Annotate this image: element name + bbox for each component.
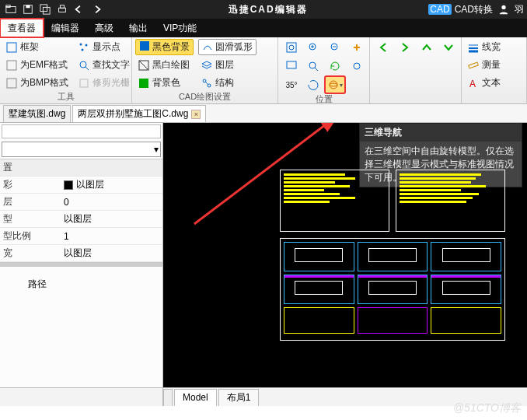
table-row[interactable]: 宽以图层	[0, 245, 162, 262]
svg-point-25	[289, 45, 294, 50]
setting-bgcolor[interactable]: 背景色	[135, 75, 194, 91]
close-tab-icon[interactable]: ×	[191, 110, 201, 119]
menu-viewer[interactable]: 查看器	[0, 19, 44, 37]
svg-rect-5	[43, 7, 50, 14]
svg-rect-7	[60, 5, 64, 9]
file-tab-1[interactable]: 墅建筑图.dwg	[3, 105, 71, 122]
saveas-icon[interactable]	[37, 2, 53, 17]
pos-zoom-all[interactable]	[347, 58, 367, 75]
pos-zoom-window[interactable]	[281, 58, 302, 75]
tab-model[interactable]: Model	[174, 389, 217, 406]
table-row[interactable]: 彩以图层	[0, 177, 162, 194]
tool-show-points[interactable]: 显示点	[75, 39, 132, 55]
setting-smooth-arc[interactable]: 圆滑弧形	[198, 39, 257, 55]
menu-advanced[interactable]: 高级	[87, 19, 121, 37]
nav-grid	[373, 39, 459, 89]
color-swatch-icon	[64, 180, 73, 190]
menu-editor[interactable]: 编辑器	[44, 19, 87, 37]
pos-refresh[interactable]	[325, 58, 345, 75]
svg-rect-17	[80, 79, 88, 87]
bmp-icon	[5, 77, 18, 89]
file-tab-2[interactable]: 两层双拼别墅施工图C.dwg×	[72, 105, 206, 122]
cad-badge-icon: CAD	[428, 4, 451, 15]
tool-emf[interactable]: 为EMF格式	[3, 57, 71, 73]
svg-point-32	[309, 62, 316, 68]
frame-icon	[5, 41, 18, 54]
table-row[interactable]: 型以图层	[0, 211, 162, 228]
bw-icon	[138, 59, 150, 72]
ribbon-group-cad-settings: 黑色背景 黑白绘图 背景色 圆滑弧形 图层 结构 CAD绘图设置	[132, 37, 278, 103]
tool-bmp[interactable]: 为BMP格式	[3, 75, 71, 91]
redo-icon[interactable]	[89, 2, 104, 17]
tooltip-title: 三维导航	[360, 124, 522, 142]
svg-point-12	[80, 43, 82, 45]
pos-zoom-out[interactable]	[325, 39, 345, 56]
svg-rect-10	[7, 61, 16, 70]
linewidth-icon	[467, 41, 480, 54]
tool-measure[interactable]: 测量	[465, 57, 503, 73]
drawing-canvas[interactable]: 三维导航 在三维空间中自由旋转模型。仅在选择三维模型显示模式与标准视图情况下可用…	[163, 123, 527, 387]
svg-rect-11	[7, 79, 16, 88]
print-icon[interactable]	[54, 2, 70, 17]
object-selector[interactable]: ▾	[2, 142, 161, 157]
nav-left[interactable]	[373, 39, 393, 56]
panel-scroll[interactable]	[2, 124, 161, 138]
menubar: 查看器 编辑器 高级 输出 VIP功能	[0, 19, 527, 37]
cad-convert-button[interactable]: CAD转换	[455, 3, 493, 16]
pos-rotate[interactable]	[303, 76, 323, 93]
group-label-position: 位置	[281, 93, 366, 105]
pos-rotate-angle[interactable]: 35°	[281, 76, 302, 93]
tool-frame[interactable]: 框架	[3, 39, 71, 55]
undo-icon[interactable]	[72, 2, 87, 17]
tool-find-text[interactable]: 查找文字	[75, 57, 132, 73]
nav-down[interactable]	[438, 39, 459, 56]
quick-access	[0, 2, 107, 17]
menu-output[interactable]: 输出	[121, 19, 155, 37]
watermark: @51CTO博客	[453, 401, 521, 415]
user-name: 羽	[515, 3, 524, 16]
ribbon: 框架 为EMF格式 为BMP格式 显示点 查找文字 修剪光栅 工具 黑色背景 黑…	[0, 37, 527, 104]
table-row[interactable]: 型比例1	[0, 228, 162, 245]
setting-bw[interactable]: 黑白绘图	[135, 57, 194, 73]
app-title: 迅捷CAD编辑器	[107, 3, 428, 16]
bottom-bar: Model 布局1	[0, 387, 527, 406]
position-grid: 35° ▾	[281, 39, 367, 93]
svg-line-23	[205, 82, 208, 85]
svg-line-16	[86, 67, 89, 70]
properties-table: 置 彩以图层 层0 型以图层 型比例1 宽以图层	[0, 159, 162, 262]
setting-structure[interactable]: 结构	[198, 75, 257, 91]
tool-linewidth[interactable]: 线宽	[465, 39, 503, 55]
svg-rect-3	[26, 5, 30, 9]
pos-zoom-in[interactable]	[303, 39, 323, 56]
properties-panel: ▾ 置 彩以图层 层0 型以图层 型比例1 宽以图层 路径	[0, 123, 163, 387]
group-label-annotate	[465, 91, 523, 103]
nav-up[interactable]	[417, 39, 437, 56]
pos-3d-orbit[interactable]: ▾	[325, 76, 345, 93]
pos-pan[interactable]	[347, 39, 367, 56]
open-icon[interactable]	[3, 2, 19, 17]
menu-vip[interactable]: VIP功能	[155, 19, 204, 37]
bgcolor-icon	[138, 77, 150, 89]
user-icon[interactable]	[496, 2, 511, 17]
ribbon-group-annotate: 线宽 测量 A文本	[462, 37, 527, 103]
svg-rect-39	[469, 62, 479, 68]
pos-zoom-extents[interactable]	[281, 39, 302, 56]
svg-rect-20	[139, 79, 148, 88]
svg-point-14	[82, 48, 84, 51]
svg-rect-31	[287, 61, 296, 68]
table-row[interactable]: 层0	[0, 194, 162, 211]
pos-zoom-prev[interactable]	[303, 58, 323, 75]
svg-text:A: A	[469, 79, 476, 89]
svg-rect-24	[287, 43, 296, 52]
save-icon[interactable]	[20, 2, 36, 17]
file-tabbar: 墅建筑图.dwg 两层双拼别墅施工图C.dwg×	[0, 104, 527, 123]
setting-layers[interactable]: 图层	[198, 57, 257, 73]
tool-trim[interactable]: 修剪光栅	[75, 75, 132, 91]
setting-black-bg[interactable]: 黑色背景	[135, 39, 194, 55]
group-label-tools: 工具	[3, 91, 128, 103]
svg-rect-6	[59, 8, 66, 12]
tool-text[interactable]: A文本	[465, 75, 503, 91]
nav-right[interactable]	[395, 39, 415, 56]
layout-scroll-left[interactable]	[163, 389, 173, 406]
tab-layout1[interactable]: 布局1	[218, 389, 260, 406]
